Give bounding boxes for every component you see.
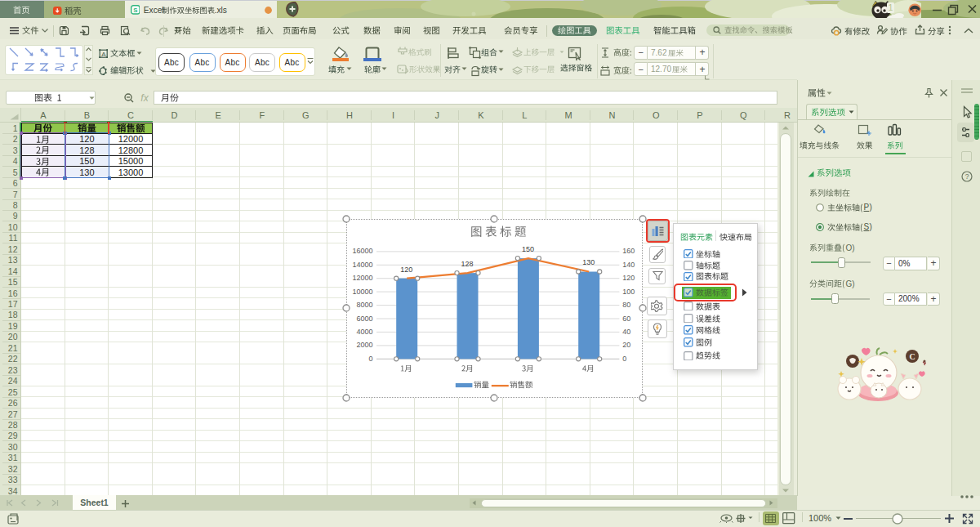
svg-text:A: A [101, 50, 106, 57]
svg-text:C: C [909, 352, 915, 361]
svg-text:S: S [133, 7, 137, 14]
svg-text:?: ? [965, 172, 969, 181]
svg-text:1: 1 [889, 3, 893, 12]
